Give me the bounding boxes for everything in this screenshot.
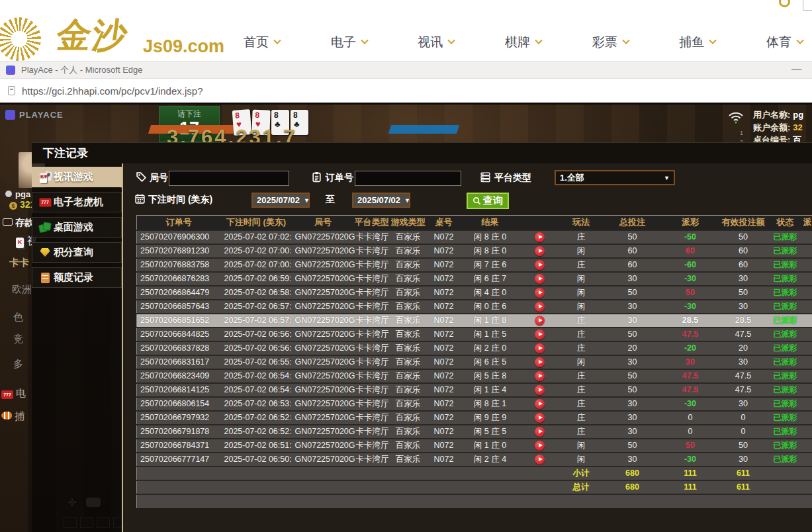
lobby-bid-label[interactable]: 竞 xyxy=(13,333,23,345)
empty-row xyxy=(137,494,812,508)
cards-icon: K xyxy=(16,238,24,248)
table-row[interactable]: 250702066797932 2025-07-02 06:52:46 GN07… xyxy=(137,411,812,425)
playace-icon xyxy=(5,110,15,120)
round-filter-label: 局号 xyxy=(150,172,168,184)
sidebar-item-slots[interactable]: 777 电子老虎机 xyxy=(32,192,122,212)
platform-filter-label: 平台类型 xyxy=(494,172,531,184)
replay-play-icon[interactable] xyxy=(535,330,545,339)
minimize-button[interactable]: — xyxy=(791,62,801,73)
browser-urlbar: https://gci.2hhapi.com/pc/pcv1/index.jsp… xyxy=(0,79,812,105)
table-row[interactable]: 250702066784371 2025-07-02 06:51:37 GN07… xyxy=(137,439,812,453)
table-row[interactable]: 250702066806154 2025-07-02 06:53:28 GN07… xyxy=(137,397,812,411)
clipboard-icon xyxy=(311,171,322,183)
slot-machine-icon: 777 xyxy=(36,198,54,207)
sidebar-item-table-games[interactable]: 桌面游戏 xyxy=(32,217,122,238)
window-title: PlayAce - 个人 - Microsoft Edge xyxy=(21,64,143,76)
balance-row: 账户余额:32 xyxy=(753,121,803,134)
coin-icon xyxy=(779,0,790,7)
lobby-europe-label[interactable]: 欧洲 xyxy=(12,283,32,296)
sidebar-item-credit-records[interactable]: 额度记录 xyxy=(32,267,122,288)
replay-play-icon[interactable] xyxy=(535,232,545,242)
replay-play-icon[interactable] xyxy=(535,441,545,451)
replay-play-icon[interactable] xyxy=(535,385,545,395)
site-logo-cn: 金沙 xyxy=(54,13,132,59)
playace-logo: PLAYACE xyxy=(5,110,64,120)
main-nav: 首页 电子 视讯 棋牌 彩票 捕鱼 体育 xyxy=(244,34,803,51)
table-row[interactable]: 250702066851652 2025-07-02 06:57:18 GN07… xyxy=(137,314,812,328)
order-filter-label: 订单号 xyxy=(326,172,353,184)
replay-play-icon[interactable] xyxy=(535,357,545,367)
replay-play-icon[interactable] xyxy=(535,246,545,256)
caret-down-icon: ▼ xyxy=(664,175,670,181)
nav-item-lottery[interactable]: 彩票 xyxy=(592,34,629,51)
replay-play-icon[interactable] xyxy=(535,274,545,284)
platform-type-select[interactable]: 1.全部 ▼ xyxy=(555,170,675,185)
table-row[interactable]: 250702066831617 2025-07-02 06:55:34 GN07… xyxy=(137,355,812,369)
lobby-deposit-button[interactable]: 存款 xyxy=(3,217,34,229)
replay-play-icon[interactable] xyxy=(535,288,545,298)
replay-play-icon[interactable] xyxy=(535,427,545,437)
replay-play-icon[interactable] xyxy=(535,399,545,409)
table-row[interactable]: 250702066837828 2025-07-02 06:56:09 GN07… xyxy=(137,341,812,355)
playing-cards-icon: 9K♥ xyxy=(36,171,54,183)
replay-play-icon[interactable] xyxy=(535,413,545,423)
table-row[interactable]: 250702066844825 2025-07-02 06:56:42 GN07… xyxy=(137,328,812,341)
chevron-down-icon xyxy=(448,37,455,44)
lobby-fishing-label[interactable]: 捕 xyxy=(1,410,24,423)
table-row[interactable]: 250702076906300 2025-07-02 07:02:01 GN07… xyxy=(137,230,812,244)
replay-play-icon[interactable] xyxy=(535,371,545,381)
replay-play-icon[interactable] xyxy=(535,316,545,326)
search-button[interactable]: 查询 xyxy=(467,193,509,209)
url-text[interactable]: https://gci.2hhapi.com/pc/pcv1/index.jsp… xyxy=(22,85,203,97)
table-row[interactable]: 250702066876283 2025-07-02 06:59:29 GN07… xyxy=(137,272,812,286)
chevron-down-icon xyxy=(622,37,629,44)
nav-item-fishing[interactable]: 捕鱼 xyxy=(679,34,715,51)
sidebar-item-video-games[interactable]: 9K♥ 视讯游戏 xyxy=(32,167,122,187)
table-row[interactable]: 250702066857643 2025-07-02 06:57:52 GN07… xyxy=(137,300,812,314)
lobby-electronic-label[interactable]: 777电 xyxy=(1,387,26,400)
wifi-icon xyxy=(728,111,744,124)
table-row[interactable]: 250702076891230 2025-07-02 07:00:44 GN07… xyxy=(137,244,812,258)
nav-item-live[interactable]: 视讯 xyxy=(418,34,454,51)
table-row[interactable]: 250702066777147 2025-07-02 06:50:58 GN07… xyxy=(137,453,812,466)
round-input[interactable] xyxy=(169,171,289,186)
order-input[interactable] xyxy=(355,171,461,186)
lobby-dice-label[interactable]: 色 xyxy=(13,311,23,324)
user-name-row: 用户名称:pg xyxy=(753,109,803,121)
user-info-panel: 用户名称:pg 账户余额:32 桌台编号:百 xyxy=(753,109,803,146)
replay-play-icon[interactable] xyxy=(535,455,545,465)
to-label: 至 xyxy=(326,194,335,206)
replay-play-icon[interactable] xyxy=(535,260,545,270)
nav-item-electronic[interactable]: 电子 xyxy=(331,34,367,51)
table-row[interactable]: 250702066814125 2025-07-02 06:54:07 GN07… xyxy=(137,383,812,397)
clownfish-icon xyxy=(1,412,12,420)
sidebar-item-points-query[interactable]: 积分查询 xyxy=(32,242,122,263)
lobby-username: pga xyxy=(5,189,30,199)
slot-777-icon: 777 xyxy=(1,390,13,399)
sun-logo-icon xyxy=(0,17,41,61)
nav-item-home[interactable]: 首页 xyxy=(244,34,280,51)
bet-time-filter-label: 下注时间 (美东) xyxy=(148,194,212,206)
gem-icon xyxy=(36,248,54,257)
tag-icon xyxy=(136,171,147,183)
table-games-icon xyxy=(36,222,54,233)
table-row[interactable]: 250702066864479 2025-07-02 06:58:26 GN07… xyxy=(137,286,812,300)
calendar-icon xyxy=(134,193,146,204)
nav-item-chess[interactable]: 棋牌 xyxy=(505,34,541,51)
replay-play-icon[interactable] xyxy=(535,343,545,353)
bank-card-icon xyxy=(3,218,13,226)
date-from-select[interactable]: 2025/07/02 ▼ xyxy=(251,193,310,208)
lobby-multi-label[interactable]: 多 xyxy=(13,358,23,371)
chevron-down-icon xyxy=(361,37,368,44)
table-row[interactable]: 250702076883758 2025-07-02 07:00:04 GN07… xyxy=(137,258,812,272)
table-row[interactable]: 250702066791878 2025-07-02 06:52:15 GN07… xyxy=(137,425,812,439)
total-row: 总计 680 111 611 xyxy=(137,480,812,494)
banker-bet-bar xyxy=(388,125,459,134)
replay-play-icon[interactable] xyxy=(535,302,545,312)
chevron-down-icon xyxy=(535,37,542,44)
lobby-hall-label[interactable]: 卡卡 xyxy=(9,257,29,269)
date-to-select[interactable]: 2025/07/02 ▼ xyxy=(352,193,410,208)
table-row[interactable]: 250702066823409 2025-07-02 06:54:52 GN07… xyxy=(137,369,812,383)
browser-titlebar: PlayAce - 个人 - Microsoft Edge — xyxy=(0,61,812,79)
nav-item-sports[interactable]: 体育 xyxy=(766,34,803,51)
